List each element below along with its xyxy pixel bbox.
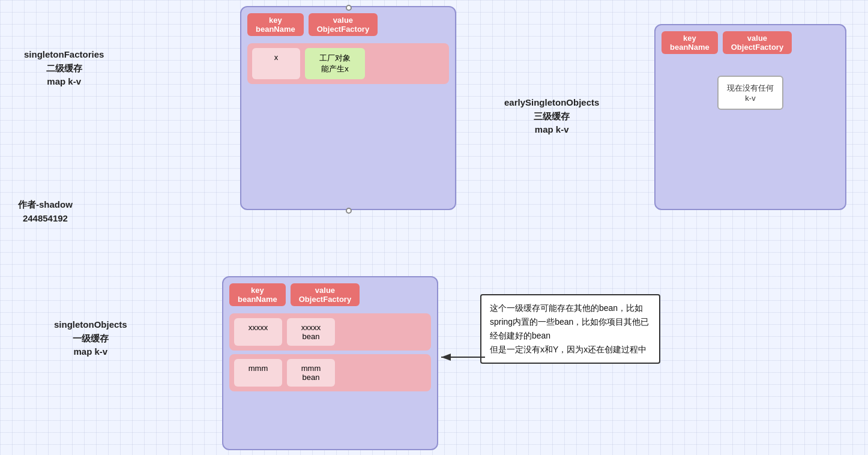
key-badge-bottom: key beanName [229, 283, 286, 306]
singleton-objects-label: singletonObjects 一级缓存 map k-v [54, 318, 127, 359]
kv-entry-xxxxx: xxxxx xxxxx bean [229, 313, 431, 351]
xxxxx-val-cell: xxxxx bean [287, 318, 335, 346]
connector-top [346, 5, 352, 11]
mmm-key-cell: mmm [234, 359, 282, 387]
key-badge-1: key beanName [247, 13, 304, 36]
kv-header-row-top: key beanName value ObjectFactory [241, 7, 455, 40]
value-badge-bottom: value ObjectFactory [291, 283, 360, 306]
kv-header-row-right: key beanName value ObjectFactory [656, 25, 845, 58]
early-singleton-label: earlySingletonObjects 三级缓存 map k-v [504, 96, 599, 137]
singleton-factories-map: key beanName value ObjectFactory x 工厂对象 … [240, 6, 456, 210]
singleton-factories-label: singletonFactories 二级缓存 map k-v [24, 48, 104, 89]
early-singleton-map: key beanName value ObjectFactory 现在没有任何 … [654, 24, 846, 210]
factory-cell: 工厂对象 能产生x [305, 48, 365, 79]
xxxxx-key-cell: xxxxx [234, 318, 282, 346]
kv-entry-mmm: mmm mmm bean [229, 354, 431, 391]
key-badge-right: key beanName [662, 31, 718, 54]
value-badge-1: value ObjectFactory [309, 13, 378, 36]
value-badge-right: value ObjectFactory [723, 31, 792, 54]
kv-header-row-bottom: key beanName value ObjectFactory [223, 277, 437, 310]
mmm-val-cell: mmm bean [287, 359, 335, 387]
x-cell: x [252, 48, 300, 79]
author-label: 作者-shadow 244854192 [18, 198, 73, 225]
connector-bottom [346, 208, 352, 214]
kv-entry-row-1: x 工厂对象 能产生x [247, 43, 449, 84]
no-kv-container: 现在没有任何 k-v [668, 76, 833, 110]
singleton-objects-map: key beanName value ObjectFactory xxxxx x… [222, 276, 438, 450]
annotation-box: 这个一级缓存可能存在其他的bean，比如spring内置的一些bean，比如你项… [480, 294, 660, 364]
arrow-annotation [438, 348, 486, 366]
no-kv-box: 现在没有任何 k-v [717, 76, 783, 110]
